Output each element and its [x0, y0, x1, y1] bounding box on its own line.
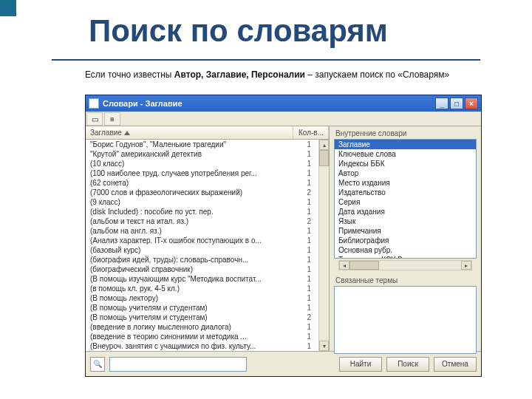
count-cell: 1 [283, 160, 314, 168]
dictionary-item[interactable]: Библиография [335, 236, 476, 245]
table-row[interactable]: "Крутой" американский детектив1 [86, 149, 318, 159]
count-cell: 2 [283, 188, 314, 197]
toolbar-button-1[interactable]: ▭ [86, 112, 103, 126]
dictionary-item[interactable]: Основная рубр. [335, 245, 476, 255]
count-cell: 1 [283, 304, 314, 312]
window-bottom-bar: 🔍 Найти Поиск Отмена [86, 351, 481, 376]
dictionary-item[interactable]: Язык [335, 216, 476, 226]
table-row[interactable]: (альбом на англ. яз.)1 [86, 226, 318, 236]
document-icon: ▭ [92, 115, 98, 123]
dictionary-item[interactable]: Заглавие [335, 140, 476, 149]
term-cell: (9 класс) [90, 198, 283, 206]
search-button[interactable]: Поиск [386, 357, 429, 372]
table-row[interactable]: (100 наиболее труд. случаев употребления… [86, 168, 318, 178]
table-row[interactable]: (биография идей, труды): словарь-справоч… [86, 255, 318, 265]
count-cell: 2 [283, 217, 314, 225]
table-row[interactable]: (введение в логику мысленного диалога)1 [86, 322, 318, 332]
linked-terms-label: Связанные термы [334, 276, 477, 284]
sort-asc-icon [124, 131, 130, 135]
table-row[interactable]: "Борис Годунов", "Маленькие трагедии"1 [86, 140, 318, 149]
term-cell: (62 сонета) [90, 179, 283, 187]
dictionary-item[interactable]: Индексы ББК [335, 159, 476, 168]
count-cell: 1 [283, 256, 314, 264]
term-cell: (введение в логику мысленного диалога) [90, 323, 283, 331]
term-cell: (биографический справочник) [90, 265, 283, 273]
dictionary-item[interactable]: Серия [335, 197, 476, 207]
vertical-scrollbar[interactable]: ▴ ▾ [318, 140, 329, 351]
term-cell: (В помощь изучающим курс "Методика воспи… [90, 275, 283, 283]
dictionary-item[interactable]: Место издания [335, 178, 476, 188]
close-button[interactable]: × [465, 98, 478, 109]
scroll-right-button[interactable]: ▸ [461, 261, 471, 270]
table-row[interactable]: (альбом и текст на итал. яз.)2 [86, 216, 318, 226]
table-row[interactable]: (базовый курс)1 [86, 245, 318, 255]
dictionary-window: Словари - Заглавие _ □ × ▭ ≡ Заглавие Ко… [85, 95, 482, 377]
table-row[interactable]: (10 класс)1 [86, 159, 318, 168]
column-header-count[interactable]: Кол-в... [293, 126, 329, 139]
hscroll-thumb[interactable] [349, 261, 379, 270]
term-cell: (7000 слов и фразеологических выражений) [90, 188, 283, 197]
term-cell: "Борис Годунов", "Маленькие трагедии" [90, 140, 283, 149]
dictionary-item[interactable]: Автор [335, 168, 476, 178]
count-cell: 1 [283, 236, 314, 245]
term-cell: (Анализ характер. IT-х ошибок поступающи… [90, 236, 283, 245]
term-cell: (disk Included) : пособие по уст. пер. [90, 208, 283, 216]
search-mode-icon[interactable]: 🔍 [90, 357, 105, 372]
scroll-track[interactable] [319, 166, 329, 341]
dictionary-item[interactable]: Издательство [335, 188, 476, 197]
term-cell: (10 класс) [90, 160, 283, 168]
term-cell: (биография идей, труды): словарь-справоч… [90, 256, 283, 264]
window-title: Словари - Заглавие [103, 99, 434, 108]
horizontal-scrollbar[interactable]: ◂ ▸ [338, 260, 472, 270]
table-row[interactable]: (В помощь лектору)1 [86, 293, 318, 303]
minimize-button[interactable]: _ [435, 98, 449, 109]
table-row[interactable]: (Внеуроч. занятия с учащимися по физ. ку… [86, 341, 318, 351]
dictionary-item[interactable]: Тип лит. код КСУ В... [335, 255, 476, 259]
scroll-up-button[interactable]: ▴ [319, 140, 329, 150]
slide-subtitle: Если точно известны Автор, Заглавие, Пер… [85, 69, 484, 81]
window-toolbar: ▭ ≡ [86, 112, 481, 126]
dictionary-item[interactable]: Примечания [335, 226, 476, 236]
table-row[interactable]: (биографический справочник)1 [86, 265, 318, 274]
maximize-button[interactable]: □ [450, 98, 463, 109]
column-header-title[interactable]: Заглавие [86, 126, 293, 139]
count-cell: 1 [283, 323, 314, 331]
table-row[interactable]: (В помощь учителям и студентам)2 [86, 313, 318, 322]
table-row[interactable]: (disk Included) : пособие по уст. пер.1 [86, 207, 318, 216]
scroll-thumb[interactable] [319, 150, 329, 166]
count-cell: 1 [283, 140, 314, 149]
dictionary-item[interactable]: Дата издания [335, 207, 476, 216]
table-row[interactable]: (9 класс)1 [86, 197, 318, 207]
count-cell: 1 [283, 169, 314, 177]
table-row[interactable]: (введение в теорию синонимии и методика … [86, 332, 318, 341]
count-cell: 1 [283, 332, 314, 341]
terms-column-header: Заглавие Кол-в... [86, 126, 329, 140]
terms-list[interactable]: "Борис Годунов", "Маленькие трагедии"1"К… [86, 140, 318, 351]
table-row[interactable]: (62 сонета)1 [86, 178, 318, 188]
term-cell: (Внеуроч. занятия с учащимися по физ. ку… [90, 342, 283, 350]
table-row[interactable]: (7000 слов и фразеологических выражений)… [86, 188, 318, 197]
count-cell: 1 [283, 294, 314, 302]
cancel-button[interactable]: Отмена [434, 357, 477, 372]
table-row[interactable]: (В помощь учителям и студентам)1 [86, 303, 318, 313]
count-cell: 1 [283, 284, 314, 293]
count-cell: 1 [283, 275, 314, 283]
linked-terms-list[interactable] [334, 286, 477, 354]
find-button[interactable]: Найти [339, 357, 382, 372]
count-cell: 1 [283, 208, 314, 216]
scroll-left-button[interactable]: ◂ [339, 261, 349, 270]
dictionary-item[interactable]: Ключевые слова [335, 149, 476, 159]
search-input[interactable] [109, 357, 247, 372]
internal-dictionaries-list[interactable]: ЗаглавиеКлючевые словаИндексы ББКАвторМе… [334, 139, 477, 259]
scroll-down-button[interactable]: ▾ [319, 341, 329, 351]
app-icon [89, 98, 99, 109]
slide-title: Поиск по словарям [89, 13, 388, 49]
internal-dictionaries-label: Внутренние словари [334, 129, 477, 137]
count-cell: 2 [283, 313, 314, 321]
toolbar-button-2[interactable]: ≡ [104, 112, 120, 126]
table-row[interactable]: (В помощь изучающим курс "Методика воспи… [86, 274, 318, 284]
window-titlebar[interactable]: Словари - Заглавие _ □ × [86, 95, 481, 112]
table-row[interactable]: (в помощь кл. рук. 4-5 кл.)1 [86, 284, 318, 293]
table-row[interactable]: (Анализ характер. IT-х ошибок поступающи… [86, 236, 318, 245]
count-cell: 1 [283, 150, 314, 158]
